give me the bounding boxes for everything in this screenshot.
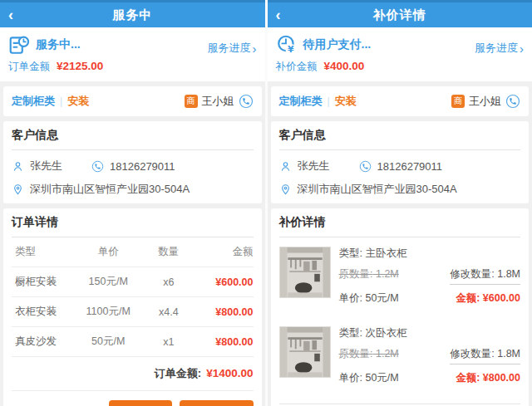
table-row: 橱柜安装 150元/M x6 ¥600.00 xyxy=(12,267,254,297)
contact-name: 王小姐 xyxy=(202,94,234,109)
app-root: ‹ 服务中 服务中... 服务进度 › 订单金额 ¥2125.00 定制柜类 |… xyxy=(0,0,532,406)
call-contact-icon[interactable] xyxy=(239,94,254,109)
right-customer-card: 客户信息 张先生 18126279011 深圳市南山区智恒产业园30-504A xyxy=(271,121,530,203)
row-unit: 1100元/M xyxy=(75,305,142,319)
customer-phone: 18126279011 xyxy=(110,160,175,173)
right-service-category-card: 定制柜类 | 安装 商 王小姐 xyxy=(271,86,530,116)
merchant-badge-icon: 商 xyxy=(185,95,198,108)
category-separator: | xyxy=(328,95,330,107)
apply-surcharge-button[interactable]: 申请附加费 xyxy=(180,400,254,406)
chevron-right-icon: › xyxy=(520,42,524,55)
customer-address: 深圳市南山区智恒产业园30-504A xyxy=(298,182,457,197)
contact-name: 王小姐 xyxy=(469,94,501,109)
order-table-header: 类型 单价 数量 金额 xyxy=(12,237,254,267)
row-amount: ¥600.00 xyxy=(195,276,254,288)
row-type: 真皮沙发 xyxy=(12,335,75,349)
back-icon[interactable]: ‹ xyxy=(276,2,281,27)
phone-icon[interactable] xyxy=(91,160,104,173)
category-label: 定制柜类 xyxy=(279,94,323,109)
item-amount: 金额: ¥800.00 xyxy=(456,371,520,385)
row-amount: ¥800.00 xyxy=(195,336,254,348)
item-type-label: 类型: xyxy=(339,327,362,339)
col-amount: 金额 xyxy=(195,245,254,259)
item-original-qty: 原数量: 1.2M xyxy=(339,267,399,281)
item-type-label: 类型: xyxy=(339,247,362,259)
row-type: 衣柜安装 xyxy=(12,305,75,319)
location-pin-icon xyxy=(279,183,292,196)
supplement-item: 类型: 主卧衣柜 原数量: 1.2M 修改数量: 1.8M 单价: 50元/M … xyxy=(279,237,521,317)
row-type: 橱柜安装 xyxy=(12,275,75,289)
table-row: 真皮沙发 50元/M x1 ¥800.00 xyxy=(12,327,254,357)
customer-info-title: 客户信息 xyxy=(279,128,521,150)
category-label: 定制柜类 xyxy=(12,94,55,109)
item-modified-qty: 修改数量: 1.8M xyxy=(450,267,520,285)
row-unit: 50元/M xyxy=(75,335,142,349)
customer-phone: 18126279011 xyxy=(377,160,443,173)
order-total-value: ¥1400.00 xyxy=(206,367,253,379)
left-amount-value: ¥2125.00 xyxy=(57,60,103,72)
subcategory-label: 安装 xyxy=(335,94,357,109)
right-navbar: ‹ 补价详情 xyxy=(268,2,532,27)
left-status-section: 服务中... 服务进度 › 订单金额 ¥2125.00 xyxy=(0,27,265,81)
supplement-item: 类型: 次卧衣柜 原数量: 1.2M 修改数量: 1.8M 单价: 50元/M … xyxy=(279,317,521,397)
person-icon xyxy=(12,160,24,173)
order-details-card: 订单详情 类型 单价 数量 金额 橱柜安装 150元/M x6 ¥600.00 … xyxy=(3,208,262,406)
customer-name: 张先生 xyxy=(298,159,330,174)
item-type-value: 主卧衣柜 xyxy=(365,247,406,259)
right-service-progress-link[interactable]: 服务进度 › xyxy=(475,41,524,56)
item-original-qty: 原数量: 1.2M xyxy=(339,347,399,361)
pending-payment-clock-icon xyxy=(276,34,298,56)
call-contact-icon[interactable] xyxy=(505,94,520,109)
row-amount: ¥800.00 xyxy=(195,306,254,318)
right-nav-title: 补价详情 xyxy=(373,7,426,23)
col-unit-price: 单价 xyxy=(75,245,142,259)
order-total-row: 订单金额: ¥1400.00 xyxy=(12,357,254,391)
category-separator: | xyxy=(60,95,62,107)
back-icon[interactable]: ‹ xyxy=(8,2,13,27)
row-qty: x4.4 xyxy=(142,306,195,318)
subcategory-label: 安装 xyxy=(67,94,89,109)
order-total-label: 订单金额: xyxy=(155,366,201,381)
phone-icon[interactable] xyxy=(359,160,372,173)
item-modified-qty: 修改数量: 1.8M xyxy=(450,347,520,364)
left-service-category-card: 定制柜类 | 安装 商 王小姐 xyxy=(3,86,262,116)
left-navbar: ‹ 服务中 xyxy=(0,2,265,27)
person-icon xyxy=(279,160,292,173)
right-status-text: 待用户支付... xyxy=(303,37,372,52)
item-unit-price: 单价: 50元/M xyxy=(339,291,399,306)
left-service-progress-link[interactable]: 服务进度 › xyxy=(208,41,257,56)
apply-supplement-button[interactable]: 申请补价 xyxy=(109,400,172,406)
right-amount-value: ¥400.00 xyxy=(324,60,365,72)
supplement-details-title: 补价详情 xyxy=(279,215,521,237)
service-doc-clock-icon xyxy=(8,34,30,56)
item-unit-price: 单价: 50元/M xyxy=(339,371,399,385)
item-amount: 金额: ¥600.00 xyxy=(456,291,520,306)
customer-address: 深圳市南山区智恒产业园30-504A xyxy=(30,182,190,197)
merchant-badge-icon: 商 xyxy=(451,95,465,108)
row-qty: x1 xyxy=(142,336,195,348)
right-amount-label: 补价金额 xyxy=(276,60,318,74)
wardrobe-photo xyxy=(279,326,331,378)
row-unit: 150元/M xyxy=(75,275,142,289)
left-customer-card: 客户信息 张先生 18126279011 深圳市南山区智恒产业园30-504A xyxy=(3,121,262,203)
col-qty: 数量 xyxy=(142,245,195,259)
left-nav-title: 服务中 xyxy=(112,7,152,23)
location-pin-icon xyxy=(12,183,24,196)
customer-name: 张先生 xyxy=(30,159,62,174)
order-details-title: 订单详情 xyxy=(12,215,254,237)
left-status-text: 服务中... xyxy=(36,37,81,52)
left-amount-label: 订单金额 xyxy=(8,60,50,74)
supplement-details-card: 补价详情 类型: 主卧衣柜 原数量: 1.2M 修改数量: 1.8M 单价: 5… xyxy=(271,208,530,406)
customer-info-title: 客户信息 xyxy=(12,128,254,150)
chevron-right-icon: › xyxy=(253,42,257,55)
screen-service-in-progress: ‹ 服务中 服务中... 服务进度 › 订单金额 ¥2125.00 定制柜类 |… xyxy=(0,0,265,406)
row-qty: x6 xyxy=(142,276,195,288)
item-type-value: 次卧衣柜 xyxy=(365,327,406,339)
wardrobe-photo xyxy=(279,247,331,298)
screen-supplement-details: ‹ 补价详情 待用户支付... 服务进度 › 补价金额 ¥400.00 定制柜类… xyxy=(268,0,532,406)
table-row: 衣柜安装 1100元/M x4.4 ¥800.00 xyxy=(12,297,254,327)
right-status-section: 待用户支付... 服务进度 › 补价金额 ¥400.00 xyxy=(268,27,532,81)
col-type: 类型 xyxy=(12,245,75,259)
